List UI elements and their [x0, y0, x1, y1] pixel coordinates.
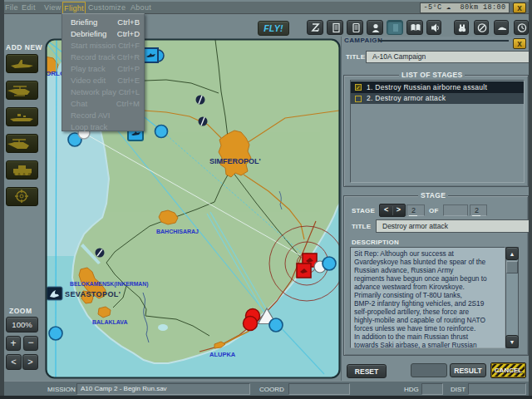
- svg-text:BALAKLAVA: BALAKLAVA: [92, 319, 128, 325]
- svg-text:BELOKAMENSK(INKERMAN): BELOKAMENSK(INKERMAN): [70, 281, 148, 288]
- svg-text:BAHCHISARAJ: BAHCHISARAJ: [156, 229, 199, 234]
- svg-text:SEVASTOPOL': SEVASTOPOL': [65, 290, 121, 298]
- svg-text:ALUPKA: ALUPKA: [209, 351, 236, 358]
- svg-text:SIMFEROPOL': SIMFEROPOL': [209, 157, 261, 165]
